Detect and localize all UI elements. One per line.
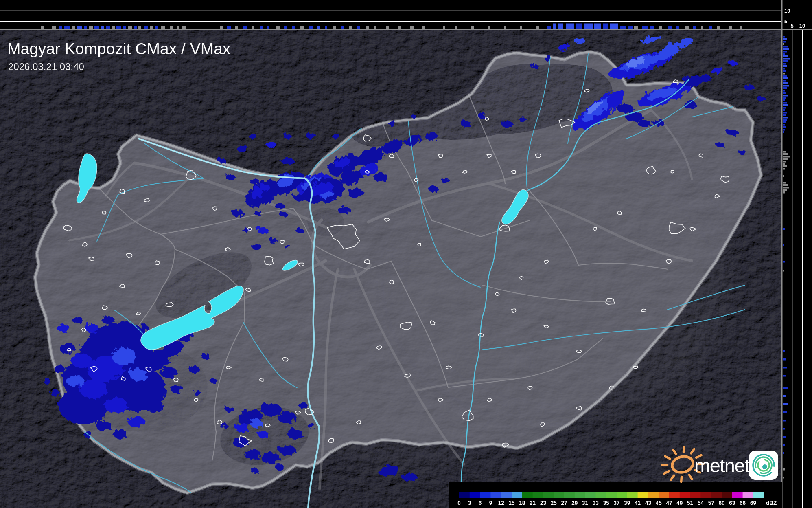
scale-tick-label: 60 [718,500,724,506]
radar-echo [259,189,272,196]
top-profile-bar [72,26,75,29]
top-profile-bar [536,26,539,29]
top-profile-bar [112,26,115,29]
top-profile-bar [89,26,93,29]
right-profile-bar [783,63,786,65]
right-profile-bar [783,53,785,55]
top-profile-bar [668,26,672,29]
radar-echo [71,315,81,322]
right-profile-bar [783,55,788,57]
top-profile-bar [740,26,742,29]
radar-echo [95,420,110,429]
scale-cell [470,492,480,498]
top-profile-bar [642,26,648,29]
scale-tick-label: 37 [613,500,619,506]
radar-echo [170,384,182,392]
radar-echo [286,428,302,438]
top-profile-bar [729,26,732,29]
radar-echo [224,405,233,411]
top-profile-bar [177,26,179,29]
right-profile-bar [783,244,784,246]
right-profile-bar [783,411,787,413]
top-profile-bar [317,26,320,29]
scale-cell [700,492,711,498]
radar-echo [336,205,349,212]
radar-echo [277,444,294,454]
radar-echo [56,323,68,331]
top-profile-bar [357,26,360,29]
radar-echo [82,429,91,436]
radar-echo [187,364,197,371]
top-profile-bar [576,24,582,29]
right-profile-bar [783,126,786,128]
right-profile-bar [783,477,784,479]
right-profile-bar [783,95,788,97]
scale-cell [575,492,585,498]
right-profile-bar [783,129,785,131]
spiral-core [762,464,767,469]
top-profile-bar [94,26,99,29]
top-profile-bar [150,26,153,29]
scale-unit-label: dBZ [766,500,777,506]
radar-composite-screen: 10 5 5 10 Magyar Kompozit CMax / VMax 20… [0,0,812,508]
scale-cell [617,492,627,498]
right-profile-bar [783,70,786,72]
scale-cell [722,492,732,498]
scale-tick-label: 18 [519,500,525,506]
top-profile-bar [52,26,56,29]
right-profile-bar [783,395,786,397]
radar-echo [253,210,261,215]
radar-echo [256,429,267,436]
right-profile-bar [783,175,784,177]
radar-echo [727,59,736,64]
top-profile-bar [701,26,703,29]
top-profile-bar [349,26,352,29]
scale-tick-label: 15 [508,500,515,506]
radar-echo [725,128,737,134]
scale-tick-label: 25 [551,500,557,506]
scale-tick-label: 9 [489,500,492,506]
right-profile-bar [783,151,786,153]
radar-echo [101,314,113,323]
scale-cell [595,492,606,498]
right-profile-bar [783,90,785,92]
top-profile-bar [101,26,104,29]
top-profile-bar [584,24,593,29]
right-profile-bar [783,87,787,89]
scale-cell [711,492,722,498]
top-profile-bar [366,26,369,29]
top-profile-bar [341,26,344,29]
radar-echo [294,227,302,231]
radar-echo [306,422,314,427]
radar-echo [265,140,274,146]
radar-echo [273,462,282,468]
radar-echo [234,422,248,431]
radar-echo [247,132,255,137]
scale-cell [753,492,764,498]
radar-echo [256,226,267,232]
radar-echo [298,401,306,407]
radar-echo [400,471,416,479]
radar-echo [83,322,97,331]
radar-echo [231,209,243,216]
right-profile-bar [783,161,786,163]
radar-echo [70,352,91,366]
radar-echo [477,112,485,117]
scale-tick-label: 12 [498,500,504,506]
right-profile-bar [783,77,788,79]
top-profile-bar [610,24,618,29]
radar-echo [267,237,276,242]
right-profile-bar [783,403,788,405]
top-axis-label-10: 10 [784,8,790,14]
scale-tick-label: 0 [457,500,461,506]
top-profile-bar [566,24,574,29]
top-profile-bar [84,26,87,29]
top-profile-bar [276,26,280,29]
top-profile-bar [603,24,608,29]
sun-ray [680,477,683,482]
right-profile-bar [783,270,784,272]
top-profile-bar [333,26,336,29]
radar-echo [42,377,49,383]
radar-echo [53,364,63,371]
top-profile-bar [488,26,490,29]
